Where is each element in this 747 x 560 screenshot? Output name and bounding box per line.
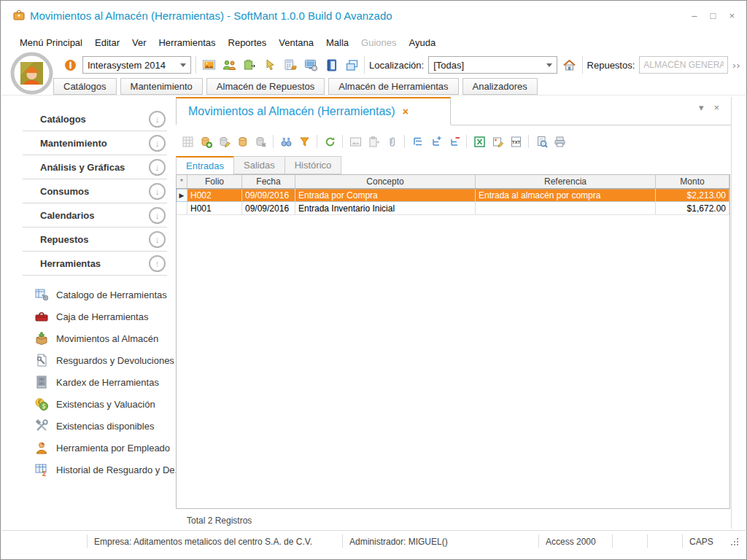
tab-mantenimiento[interactable]: Mantenimiento (120, 78, 203, 95)
collapse-arrow-icon[interactable]: ↑ (149, 255, 166, 272)
tab-almacen-herramientas[interactable]: Almacén de Herramientas (328, 78, 458, 95)
picture-button[interactable] (201, 57, 217, 73)
resize-grip[interactable] (731, 544, 732, 545)
delete-record-button[interactable] (253, 134, 268, 149)
sidebar-group-herramientas[interactable]: Herramientas ↑ (23, 252, 167, 276)
sidebar-group-calendarios[interactable]: Calendarios ↓ (23, 203, 167, 228)
document-menu-icon[interactable]: ▾ (699, 102, 704, 113)
sidebar-item-movimientos-almacen[interactable]: Movimientos al Almacén (23, 327, 167, 349)
toolbar-separator (582, 56, 583, 74)
expand-arrow-icon[interactable]: ↓ (149, 111, 166, 128)
menu-menu-principal[interactable]: Menú Principal (20, 37, 82, 48)
image-button[interactable] (348, 134, 363, 149)
menu-ayuda[interactable]: Ayuda (409, 37, 436, 48)
txt-export-button[interactable]: TXT (508, 134, 523, 149)
document-close-icon[interactable]: × (713, 102, 719, 113)
sidebar-item-catalogo-herramientas[interactable]: Catalogo de Herramientas (23, 284, 167, 306)
sidebar-item-existencias-disponibles[interactable]: Existencias disponibles (23, 415, 167, 437)
subtab-entradas[interactable]: Entradas (176, 156, 234, 174)
tab-analizadores[interactable]: Analizadores (462, 78, 538, 95)
home-button[interactable] (562, 57, 578, 73)
column-header-folio[interactable]: Folio (187, 175, 242, 188)
add-record-button[interactable] (198, 134, 213, 149)
database-icon (236, 136, 249, 148)
document-tab[interactable]: Movimientos al Almacén (Herramientas) × (176, 97, 451, 125)
database-button[interactable] (235, 134, 249, 149)
table-row[interactable]: ▶ H002 09/09/2016 Entrada por Compra Ent… (177, 189, 729, 202)
document-tab-divider (451, 125, 731, 125)
user-avatar[interactable] (10, 52, 53, 95)
expand-arrow-icon[interactable]: ↓ (149, 135, 166, 152)
sidebar-item-kardex[interactable]: Kardex de Herramientas (23, 371, 167, 393)
expand-arrow-icon[interactable]: ↓ (149, 183, 166, 200)
sidebar-item-label: Caja de Herramientas (56, 311, 148, 322)
edit-cursor-icon (263, 58, 277, 72)
app-icon (13, 9, 25, 21)
sidebar-group-consumos[interactable]: Consumos ↓ (23, 179, 167, 203)
column-header-referencia[interactable]: Referencia (476, 175, 656, 188)
tab-almacen-repuestos[interactable]: Almacén de Repuestos (206, 78, 325, 95)
users-button[interactable] (221, 57, 237, 73)
export-box-button[interactable] (241, 57, 258, 73)
grid-view-button[interactable] (180, 134, 195, 149)
localizacion-combobox[interactable]: [Todas] (428, 56, 557, 74)
tree-collapse-icon (448, 136, 460, 148)
sidebar-item-existencias-valuacion[interactable]: €$ Existencias y Valuación (23, 393, 167, 415)
attachment-button[interactable] (384, 134, 399, 149)
tree-expand-button[interactable] (428, 134, 443, 149)
menu-ver[interactable]: Ver (132, 37, 147, 48)
sidebar-group-repuestos[interactable]: Repuestos ↓ (23, 228, 167, 252)
column-header-monto[interactable]: Monto (656, 175, 729, 188)
monitor-settings-button[interactable] (303, 57, 319, 73)
document-tab-close-icon[interactable]: × (403, 106, 409, 117)
menu-malla[interactable]: Malla (326, 37, 349, 48)
column-header-concepto[interactable]: Concepto (295, 175, 476, 188)
tree-collapse-button[interactable] (446, 134, 461, 149)
print-button[interactable] (552, 134, 567, 149)
sidebar-item-herramienta-empleado[interactable]: Herramienta por Empleado (23, 437, 167, 459)
tree-list-button[interactable] (410, 134, 425, 149)
repuestos-more-button[interactable]: ›› (732, 60, 740, 71)
filter-button[interactable] (297, 134, 311, 149)
status-combobox[interactable]: Interasystem 2014 (82, 56, 191, 74)
paste-button[interactable] (366, 134, 381, 149)
sidebar-group-mantenimiento[interactable]: Mantenimiento ↓ (23, 131, 167, 155)
toolbar-separator (342, 135, 343, 148)
maximize-button[interactable]: □ (711, 11, 716, 21)
note-edit-button[interactable] (490, 134, 505, 149)
close-button[interactable]: × (729, 11, 735, 21)
expand-arrow-icon[interactable]: ↓ (149, 207, 166, 224)
sidebar-group-analisis[interactable]: Análisis y Gráficas ↓ (23, 155, 167, 179)
refresh-button[interactable] (322, 134, 337, 149)
cell-folio: H002 (187, 189, 242, 201)
find-button[interactable] (279, 134, 293, 149)
minimize-button[interactable]: – (692, 11, 697, 21)
cell-monto: $2,213.00 (656, 189, 729, 201)
subtab-salidas[interactable]: Salidas (233, 156, 285, 174)
sidebar-group-catalogos[interactable]: Catálogos ↓ (23, 107, 167, 131)
repuestos-input[interactable] (639, 56, 728, 74)
excel-export-button[interactable] (472, 134, 487, 149)
expand-arrow-icon[interactable]: ↓ (149, 159, 166, 176)
menu-bar: Menú Principal Editar Ver Herramientas R… (20, 37, 436, 48)
subtab-historico[interactable]: Histórico (285, 156, 342, 174)
chevron-down-icon (180, 63, 186, 67)
menu-reportes[interactable]: Reportes (228, 37, 267, 48)
tab-catalogos[interactable]: Catálogos (53, 78, 117, 95)
calculator-button[interactable] (282, 57, 298, 73)
menu-ventana[interactable]: Ventana (279, 37, 314, 48)
sidebar-item-caja-herramientas[interactable]: Caja de Herramientas (23, 306, 167, 327)
expand-arrow-icon[interactable]: ↓ (149, 231, 166, 248)
edit-record-button[interactable] (217, 134, 231, 149)
menu-editar[interactable]: Editar (95, 37, 120, 48)
sidebar-item-resguardos-devoluciones[interactable]: Resguardos y Devoluciones (23, 349, 167, 371)
repuestos-label: Repuestos: (587, 60, 635, 71)
menu-herramientas[interactable]: Herramientas (158, 37, 215, 48)
notebook-button[interactable] (323, 57, 339, 73)
print-preview-button[interactable] (534, 134, 549, 149)
sidebar-item-historial-resguardo[interactable]: Σ Historial de Resguardo y De... (23, 459, 167, 481)
table-row[interactable]: H001 09/09/2016 Entrada Inventario Inici… (177, 202, 729, 215)
column-header-fecha[interactable]: Fecha (242, 175, 295, 188)
edit-cursor-button[interactable] (262, 57, 278, 73)
windows-button[interactable] (344, 57, 360, 73)
